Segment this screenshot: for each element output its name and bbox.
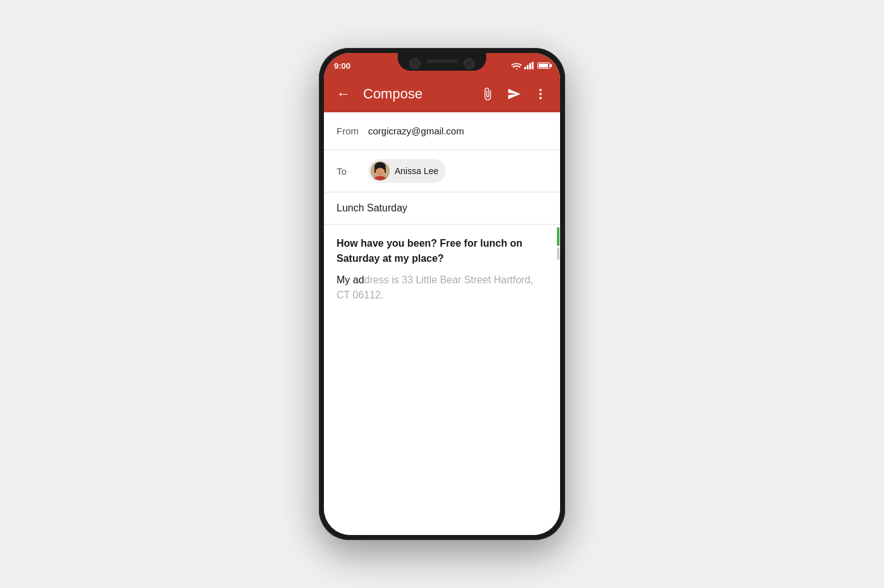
scrollbar-gray-segment: [557, 247, 559, 260]
send-button[interactable]: [502, 82, 526, 106]
back-button[interactable]: ←: [332, 81, 355, 107]
app-bar: ← Compose: [324, 76, 560, 112]
app-bar-actions: [475, 82, 552, 106]
speaker-icon: [426, 59, 458, 63]
subject-text: Lunch Saturday: [337, 203, 407, 213]
from-label: From: [337, 126, 368, 136]
wifi-icon: [511, 62, 522, 69]
status-icons: [511, 59, 550, 69]
phone-device: 9:00 ← Comp: [319, 48, 565, 540]
contact-chip[interactable]: Anissa Lee: [368, 159, 446, 183]
svg-point-1: [539, 93, 542, 95]
avatar: [371, 162, 390, 180]
from-row: From corgicrazy@gmail.com: [324, 112, 560, 150]
attachment-icon: [481, 87, 494, 101]
body-address-prefix: My ad: [337, 274, 364, 285]
subject-row[interactable]: Lunch Saturday: [324, 192, 560, 225]
compose-form: From corgicrazy@gmail.com To: [324, 112, 560, 535]
more-button[interactable]: [529, 82, 552, 106]
app-bar-title: Compose: [363, 86, 468, 102]
phone-screen: 9:00 ← Comp: [324, 53, 560, 535]
svg-rect-7: [374, 168, 376, 173]
svg-point-5: [376, 168, 385, 175]
attachment-button[interactable]: [475, 82, 499, 106]
battery-icon: [537, 62, 550, 69]
camera-right-icon: [463, 58, 475, 69]
body-address-suffix: dress is 33 Little Bear Street Hartford,…: [337, 274, 533, 300]
contact-name: Anissa Lee: [395, 166, 438, 176]
scrollbar-green-segment: [557, 227, 559, 246]
body-address-text: My address is 33 Little Bear Street Hart…: [337, 273, 547, 303]
svg-rect-8: [385, 168, 386, 173]
to-label: To: [337, 166, 368, 177]
svg-point-0: [539, 89, 542, 91]
status-time: 9:00: [334, 59, 350, 71]
send-icon: [507, 87, 521, 101]
body-area[interactable]: How have you been? Free for lunch on Sat…: [324, 225, 560, 535]
svg-point-2: [539, 97, 542, 100]
signal-icon: [524, 62, 534, 69]
avatar-image: [371, 162, 390, 180]
from-value[interactable]: corgicrazy@gmail.com: [368, 126, 464, 136]
more-icon: [534, 87, 547, 101]
camera-left-icon: [409, 58, 421, 69]
body-bold-text: How have you been? Free for lunch on Sat…: [337, 236, 547, 266]
notch: [398, 53, 486, 71]
scrollbar[interactable]: [556, 225, 560, 535]
to-row: To: [324, 150, 560, 192]
